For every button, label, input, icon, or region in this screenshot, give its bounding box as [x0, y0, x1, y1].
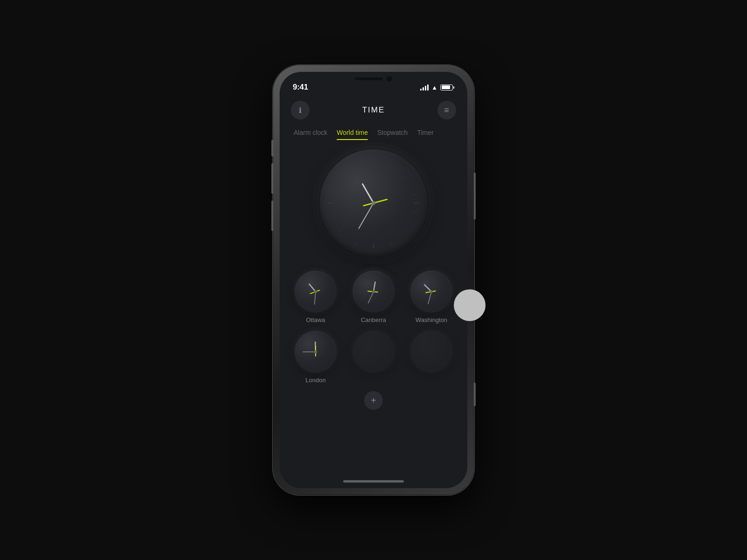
scene: 9:41 ▲: [0, 0, 747, 560]
app-title: TIME: [362, 105, 385, 115]
svg-line-14: [339, 229, 342, 231]
large-clock[interactable]: [320, 149, 427, 257]
menu-button[interactable]: ≡: [437, 101, 456, 119]
power-button[interactable]: [474, 173, 476, 219]
phone-screen: 9:41 ▲: [280, 72, 467, 488]
home-indicator[interactable]: [343, 480, 404, 483]
wifi-icon: ▲: [431, 84, 437, 91]
clock-label-ottawa: Ottawa: [306, 316, 325, 323]
svg-line-17: [315, 292, 316, 304]
london-clock-svg: [295, 331, 337, 373]
info-icon: ℹ: [299, 106, 302, 115]
status-icons: ▲: [420, 84, 454, 91]
tab-stopwatch[interactable]: Stopwatch: [373, 127, 412, 140]
volume-up-button[interactable]: [271, 163, 273, 194]
floating-button[interactable]: [454, 289, 486, 321]
notch: [336, 72, 411, 86]
clock-item-empty-2[interactable]: [405, 331, 458, 384]
add-icon: +: [371, 395, 376, 406]
phone-shell: 9:41 ▲: [273, 65, 474, 495]
battery-body: [440, 84, 453, 91]
clock-item-ottawa[interactable]: Ottawa: [289, 271, 342, 323]
signal-icon: [420, 84, 429, 91]
clock-label-canberra: Canberra: [361, 316, 386, 323]
svg-line-21: [368, 292, 374, 303]
tab-bar: Alarm clock World time Stopwatch Timer: [280, 121, 467, 140]
small-clock-empty-2: [410, 331, 452, 373]
clock-label-washington: Washington: [416, 316, 447, 323]
svg-line-4: [391, 160, 392, 164]
center-dot: [372, 201, 375, 205]
svg-line-13: [330, 212, 334, 213]
small-clock-london: [295, 331, 337, 373]
svg-line-16: [310, 284, 316, 292]
clock-item-london[interactable]: London: [289, 331, 342, 384]
small-clock-empty-1: [352, 331, 395, 373]
volume-down-button[interactable]: [271, 201, 273, 231]
tab-timer[interactable]: Timer: [412, 127, 438, 140]
svg-point-23: [372, 290, 375, 293]
app-header: ℹ TIME ≡: [280, 95, 467, 121]
front-camera: [387, 76, 392, 82]
info-button[interactable]: ℹ: [291, 101, 310, 119]
canberra-clock-svg: [352, 271, 395, 313]
large-clock-svg: [320, 149, 427, 257]
side-button-2: [474, 383, 476, 406]
main-content: Ottawa Canberra: [280, 140, 467, 476]
svg-line-15: [355, 242, 356, 246]
add-button[interactable]: +: [364, 391, 383, 410]
small-clock-washington: [410, 271, 452, 313]
bar4: [427, 84, 429, 91]
bar2: [423, 87, 424, 91]
battery-icon: [440, 84, 454, 91]
svg-line-6: [413, 194, 417, 195]
clock-item-empty-1[interactable]: [347, 331, 400, 384]
tab-alarm-clock[interactable]: Alarm clock: [289, 127, 332, 140]
svg-line-20: [374, 282, 375, 292]
battery-fill: [442, 85, 451, 89]
minute-hand: [359, 203, 374, 229]
ottawa-clock-svg: [295, 271, 337, 313]
tab-world-time[interactable]: World time: [332, 127, 373, 140]
second-hand: [364, 199, 387, 205]
hour-hand: [363, 184, 374, 203]
clocks-grid: Ottawa Canberra: [280, 271, 467, 384]
svg-line-8: [405, 229, 408, 231]
svg-line-11: [339, 175, 342, 178]
svg-line-24: [424, 285, 431, 292]
battery-tip: [453, 86, 454, 89]
status-time: 9:41: [293, 83, 308, 92]
svg-point-31: [314, 350, 317, 353]
svg-line-25: [428, 292, 431, 304]
svg-line-7: [413, 212, 417, 213]
svg-line-10: [355, 160, 356, 164]
svg-line-12: [330, 194, 334, 195]
washington-clock-svg: [410, 271, 452, 313]
speaker: [355, 77, 383, 80]
svg-line-5: [405, 175, 408, 178]
large-clock-container: [320, 149, 427, 257]
bar3: [425, 86, 426, 91]
clock-item-washington[interactable]: Washington: [405, 271, 458, 323]
svg-point-19: [314, 290, 317, 293]
svg-line-9: [391, 242, 392, 246]
bar1: [420, 89, 422, 91]
clock-label-london: London: [305, 377, 325, 384]
clock-item-canberra[interactable]: Canberra: [347, 271, 400, 323]
small-clock-canberra: [352, 271, 395, 313]
svg-point-27: [430, 290, 433, 293]
menu-icon: ≡: [444, 105, 450, 115]
mute-button[interactable]: [271, 140, 273, 156]
small-clock-ottawa: [295, 271, 337, 313]
